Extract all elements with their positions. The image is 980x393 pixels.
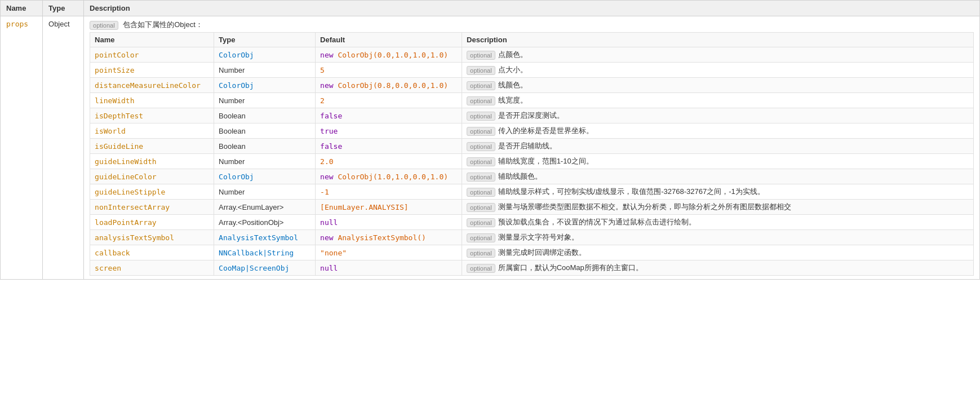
default-value: 5 <box>320 66 325 74</box>
cell-description: optional是否开启深度测试。 <box>462 108 974 123</box>
cell-type: ColorObj <box>214 47 316 63</box>
inner-header-description: Description <box>462 33 974 47</box>
optional-badge: optional <box>467 264 495 273</box>
cell-type: ColorObj <box>214 169 316 184</box>
optional-badge: optional <box>467 188 495 197</box>
optional-badge: optional <box>467 173 495 182</box>
optional-badge: optional <box>467 233 495 242</box>
cell-description: optional传入的坐标是否是世界坐标。 <box>462 123 974 139</box>
cell-name: guideLineColor <box>90 169 214 184</box>
cell-default: 2 <box>316 93 462 108</box>
cell-default: null <box>316 260 462 276</box>
default-value: new ColorObj(0.0,1.0,1.0,1.0) <box>320 51 448 59</box>
cell-type: ColorObj <box>214 78 316 93</box>
table-row: nonIntersectArrayArray.<EnumLayer>[EnumL… <box>90 200 974 215</box>
desc-text: 辅助线显示样式，可控制实线/虚线显示，取值范围-32768-32767之间，-1… <box>498 187 765 196</box>
default-value: true <box>320 127 338 135</box>
desc-text: 预设加载点集合，不设置的情况下为通过鼠标点击进行绘制。 <box>498 218 696 226</box>
optional-badge: optional <box>467 157 495 166</box>
cell-name: isGuideLine <box>90 139 214 154</box>
cell-type: Number <box>214 184 316 200</box>
default-value: null <box>320 264 338 272</box>
cell-description: optional辅助线宽度，范围1-10之间。 <box>462 154 974 169</box>
table-row: pointSizeNumber5optional点大小。 <box>90 63 974 78</box>
cell-default: 5 <box>316 63 462 78</box>
cell-description: optional点大小。 <box>462 63 974 78</box>
table-row: screenCooMap|ScreenObjnulloptional所属窗口，默… <box>90 260 974 276</box>
cell-description: optional测量完成时回调绑定函数。 <box>462 245 974 260</box>
optional-badge: optional <box>467 112 495 121</box>
outer-header-type: Type <box>43 1 84 16</box>
default-value: null <box>320 218 338 227</box>
outer-cell-name: props <box>1 16 43 280</box>
inner-header-default: Default <box>316 33 462 47</box>
optional-badge: optional <box>467 96 495 105</box>
table-row: guideLineColorColorObjnew ColorObj(1.0,1… <box>90 169 974 184</box>
desc-text: 是否开启辅助线。 <box>498 142 557 150</box>
desc-text: 线颜色。 <box>498 81 527 89</box>
inner-table: Name Type Default Description pointColor… <box>90 32 974 276</box>
outer-cell-desc: optional 包含如下属性的Object： Name Type Defaul… <box>84 16 980 280</box>
cell-type: NNCallback|String <box>214 245 316 260</box>
cell-description: optional线宽度。 <box>462 93 974 108</box>
type-link[interactable]: AnalysisTextSymbol <box>219 233 298 242</box>
table-row: callbackNNCallback|String"none"optional测… <box>90 245 974 260</box>
type-link[interactable]: ColorObj <box>219 81 254 90</box>
cell-default: new ColorObj(1.0,1.0,0.0,1.0) <box>316 169 462 184</box>
default-value: "none" <box>320 249 347 257</box>
cell-name: isWorld <box>90 123 214 139</box>
table-row: analysisTextSymbolAnalysisTextSymbolnew … <box>90 230 974 245</box>
desc-text: 测量与场景哪些类型图层数据不相交。默认为分析类，即与除分析之外所有图层数据都相交 <box>498 202 791 211</box>
outer-table: Name Type Description props Object optio… <box>0 0 980 280</box>
row-prop-name: isGuideLine <box>95 142 143 151</box>
cell-name: pointColor <box>90 47 214 63</box>
type-link[interactable]: ColorObj <box>219 173 254 181</box>
optional-badge: optional <box>467 218 495 227</box>
cell-default: false <box>316 108 462 123</box>
inner-header-type: Type <box>214 33 316 47</box>
cell-type: Boolean <box>214 139 316 154</box>
cell-description: optional预设加载点集合，不设置的情况下为通过鼠标点击进行绘制。 <box>462 215 974 230</box>
cell-name: lineWidth <box>90 93 214 108</box>
cell-description: optional测量显示文字符号对象。 <box>462 230 974 245</box>
cell-description: optional所属窗口，默认为CooMap所拥有的主窗口。 <box>462 260 974 276</box>
cell-type: Array.<EnumLayer> <box>214 200 316 215</box>
row-prop-name: screen <box>95 264 121 272</box>
outer-header-description: Description <box>84 1 980 16</box>
desc-text: 辅助线宽度，范围1-10之间。 <box>498 157 593 165</box>
optional-badge: optional <box>467 142 495 151</box>
row-prop-name: distanceMeasureLineColor <box>95 81 201 90</box>
default-value: new AnalysisTextSymbol() <box>320 233 426 242</box>
row-prop-name: isWorld <box>95 127 126 135</box>
table-row: guideLineWidthNumber2.0optional辅助线宽度，范围1… <box>90 154 974 169</box>
desc-text: 所属窗口，默认为CooMap所拥有的主窗口。 <box>498 263 643 272</box>
cell-default: "none" <box>316 245 462 260</box>
table-row: loadPointArrayArray.<PositionObj>nullopt… <box>90 215 974 230</box>
optional-badge: optional <box>467 81 495 90</box>
default-value: new ColorObj(0.8,0.0,0.0,1.0) <box>320 81 448 90</box>
cell-type: CooMap|ScreenObj <box>214 260 316 276</box>
cell-default: [EnumLayer.ANALYSIS] <box>316 200 462 215</box>
row-prop-name: isDepthTest <box>95 112 143 120</box>
type-link[interactable]: ColorObj <box>219 51 254 59</box>
cell-name: nonIntersectArray <box>90 200 214 215</box>
desc-text: 辅助线颜色。 <box>498 172 542 180</box>
type-link[interactable]: NNCallback|String <box>219 249 294 257</box>
cell-name: pointSize <box>90 63 214 78</box>
prop-name-props: props <box>6 20 28 28</box>
default-value: [EnumLayer.ANALYSIS] <box>320 203 409 211</box>
cell-name: loadPointArray <box>90 215 214 230</box>
table-row: isDepthTestBooleanfalseoptional是否开启深度测试。 <box>90 108 974 123</box>
cell-default: new ColorObj(0.8,0.0,0.0,1.0) <box>316 78 462 93</box>
desc-text: 测量完成时回调绑定函数。 <box>498 248 586 257</box>
table-row: isGuideLineBooleanfalseoptional是否开启辅助线。 <box>90 139 974 154</box>
type-link[interactable]: CooMap|ScreenObj <box>219 264 289 272</box>
cell-description: optional点颜色。 <box>462 47 974 63</box>
cell-description: optional线颜色。 <box>462 78 974 93</box>
cell-type: Number <box>214 154 316 169</box>
cell-description: optional辅助线显示样式，可控制实线/虚线显示，取值范围-32768-32… <box>462 184 974 200</box>
cell-description: optional是否开启辅助线。 <box>462 139 974 154</box>
cell-type: Number <box>214 63 316 78</box>
default-value: -1 <box>320 188 329 196</box>
table-row: guideLineStippleNumber-1optional辅助线显示样式，… <box>90 184 974 200</box>
